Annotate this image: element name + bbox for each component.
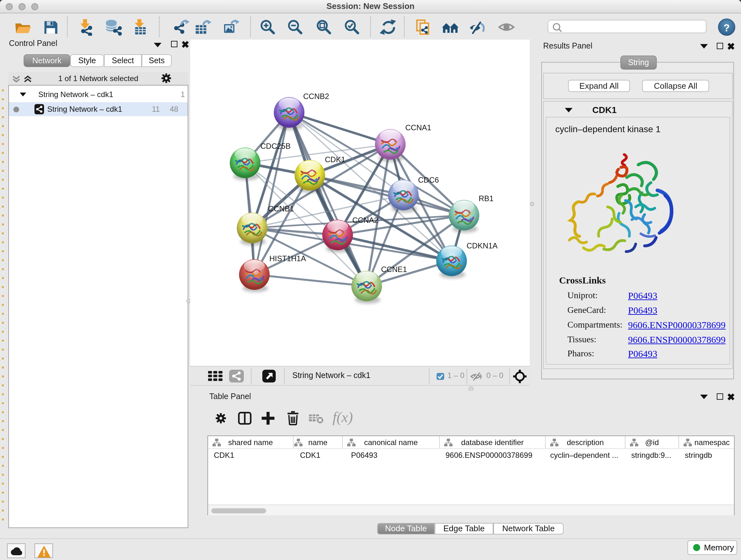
svg-text:CCNA2: CCNA2 <box>352 216 378 225</box>
svg-text:CCNE1: CCNE1 <box>381 265 407 273</box>
svg-text:CDK1: CDK1 <box>325 155 345 164</box>
svg-text:HIST1H1A: HIST1H1A <box>269 254 306 263</box>
svg-text:RB1: RB1 <box>479 194 494 203</box>
svg-text:CCNB1: CCNB1 <box>268 204 294 213</box>
svg-text:CCNA1: CCNA1 <box>405 123 431 132</box>
svg-text:CDC6: CDC6 <box>418 176 439 184</box>
svg-text:CDKN1A: CDKN1A <box>467 241 497 250</box>
svg-text:CDC25B: CDC25B <box>260 142 291 150</box>
svg-text:CCNB2: CCNB2 <box>303 92 329 101</box>
